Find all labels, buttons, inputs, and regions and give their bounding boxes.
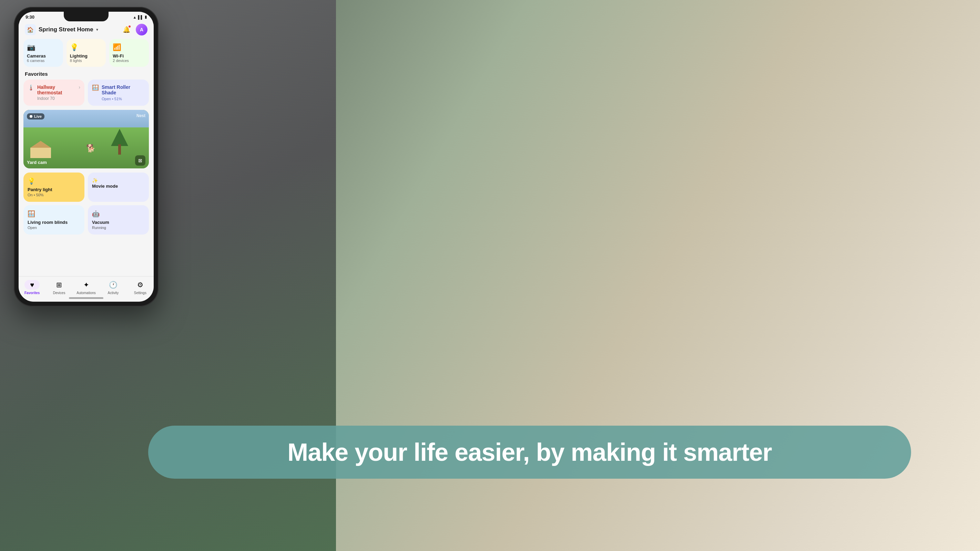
category-card-lighting[interactable]: 💡 Lighting 8 lights xyxy=(67,39,106,67)
tagline-text: Make your life easier, by making it smar… xyxy=(287,438,772,466)
lighting-label: Lighting xyxy=(70,53,103,59)
thermostat-info: Hallway thermostat Indoor 70 xyxy=(37,84,76,101)
blinds-card[interactable]: 🪟 Living room blinds Open xyxy=(24,205,84,235)
pantry-light-icon: 💡 xyxy=(27,177,80,185)
wifi-category-icon: 📶 xyxy=(113,43,145,51)
roller-shade-icon: 🪟 xyxy=(92,84,99,91)
yard-house xyxy=(30,141,51,158)
pantry-light-name: Pantry light xyxy=(27,187,80,192)
devices-nav-label: Devices xyxy=(53,291,65,295)
cameras-count: 6 cameras xyxy=(27,59,60,63)
roller-shade-card[interactable]: 🪟 Smart Roller Shade Open • 51% xyxy=(88,79,149,106)
pantry-light-status: On • 50% xyxy=(27,193,80,197)
vacuum-status: Running xyxy=(92,225,145,230)
roller-shade-title: Smart Roller Shade xyxy=(102,84,145,95)
roller-shade-info: Smart Roller Shade Open • 51% xyxy=(102,84,145,101)
camera-card[interactable]: 🐕 Live Nest Yard cam ⊠ xyxy=(24,110,149,168)
notification-dot xyxy=(128,25,131,28)
live-label: Live xyxy=(34,114,42,119)
movie-mode-card[interactable]: ✨ Movie mode xyxy=(88,173,149,202)
activity-nav-label: Activity xyxy=(108,291,119,295)
thermostat-card[interactable]: 🌡️ Hallway thermostat Indoor 70 › xyxy=(24,79,84,106)
signal-status-icon: ▌▌ xyxy=(138,15,143,19)
nav-devices[interactable]: ⊞ Devices xyxy=(46,280,72,295)
activity-nav-icon: 🕐 xyxy=(108,280,118,290)
camera-brand-logo: Nest xyxy=(137,113,145,118)
pantry-light-card[interactable]: 💡 Pantry light On • 50% xyxy=(24,173,84,202)
home-name: Spring Street Home xyxy=(38,26,93,33)
camera-category-icon: 📷 xyxy=(27,43,60,51)
home-indicator xyxy=(69,297,103,299)
phone-inner: 9:30 ▲ ▌▌ ▮ 🏠 Spring Street Home ▾ xyxy=(19,12,154,302)
camera-mute-button[interactable]: ⊠ xyxy=(135,155,145,166)
house-body xyxy=(30,148,51,158)
automations-nav-icon: ✦ xyxy=(81,280,91,290)
mute-icon: ⊠ xyxy=(138,158,142,163)
blinds-status: Open xyxy=(27,225,80,230)
house-roof xyxy=(30,141,51,148)
wifi-count: 2 devices xyxy=(113,59,145,63)
app-header: 🏠 Spring Street Home ▾ 🔔 A xyxy=(19,21,154,39)
blinds-name: Living room blinds xyxy=(27,220,80,225)
device-row-2: 🪟 Living room blinds Open 🤖 Vacuum Runni… xyxy=(19,205,154,235)
avatar[interactable]: A xyxy=(136,24,148,35)
vacuum-icon: 🤖 xyxy=(92,210,145,218)
status-time: 9:30 xyxy=(25,14,35,20)
lighting-count: 8 lights xyxy=(70,59,103,63)
battery-status-icon: ▮ xyxy=(145,15,147,19)
home-selector[interactable]: 🏠 Spring Street Home ▾ xyxy=(25,24,98,35)
blinds-icon: 🪟 xyxy=(27,210,80,218)
nav-automations[interactable]: ✦ Automations xyxy=(73,280,100,295)
yard-dog: 🐕 xyxy=(86,144,95,153)
favorites-row: 🌡️ Hallway thermostat Indoor 70 › 🪟 Smar… xyxy=(19,79,154,106)
roller-shade-detail: Open • 51% xyxy=(102,97,145,101)
yard-tree xyxy=(111,129,128,155)
device-row-1: 💡 Pantry light On • 50% ✨ Movie mode xyxy=(19,173,154,202)
category-card-wifi[interactable]: 📶 Wi-Fi 2 devices xyxy=(109,39,149,67)
cameras-label: Cameras xyxy=(27,53,60,59)
category-row: 📷 Cameras 6 cameras 💡 Lighting 8 lights … xyxy=(19,39,154,67)
thermostat-title: Hallway thermostat xyxy=(37,84,76,95)
settings-nav-icon: ⚙ xyxy=(135,280,145,290)
automations-nav-label: Automations xyxy=(76,291,96,295)
header-actions: 🔔 A xyxy=(121,24,148,35)
favorites-nav-label: Favorites xyxy=(24,291,40,295)
favorites-section-title: Favorites xyxy=(19,71,154,79)
wifi-label: Wi-Fi xyxy=(113,53,145,59)
phone-notch xyxy=(64,12,108,21)
wifi-status-icon: ▲ xyxy=(133,15,137,19)
thermostat-inner: 🌡️ Hallway thermostat Indoor 70 › xyxy=(27,84,80,101)
thermostat-chevron-icon: › xyxy=(79,84,80,90)
thermostat-icon: 🌡️ xyxy=(27,84,35,91)
movie-mode-name: Movie mode xyxy=(92,184,145,189)
favorites-nav-icon: ♥ xyxy=(24,280,40,290)
vacuum-card[interactable]: 🤖 Vacuum Running xyxy=(88,205,149,235)
settings-nav-label: Settings xyxy=(134,291,146,295)
live-dot xyxy=(30,115,32,118)
camera-feed-label: Yard cam xyxy=(27,160,47,165)
nav-favorites[interactable]: ♥ Favorites xyxy=(19,280,46,295)
vacuum-name: Vacuum xyxy=(92,220,145,225)
camera-live-badge: Live xyxy=(27,113,45,119)
roller-shade-inner: 🪟 Smart Roller Shade Open • 51% xyxy=(92,84,145,101)
devices-nav-icon: ⊞ xyxy=(54,280,64,290)
home-icon: 🏠 xyxy=(25,24,36,35)
tagline-banner: Make your life easier, by making it smar… xyxy=(148,426,911,479)
nav-activity[interactable]: 🕐 Activity xyxy=(100,280,126,295)
phone-outer: 9:30 ▲ ▌▌ ▮ 🏠 Spring Street Home ▾ xyxy=(14,7,159,306)
tree-top xyxy=(111,129,128,146)
nav-settings[interactable]: ⚙ Settings xyxy=(127,280,154,295)
movie-mode-icon: ✨ xyxy=(92,178,98,183)
phone-mockup: 9:30 ▲ ▌▌ ▮ 🏠 Spring Street Home ▾ xyxy=(14,7,159,306)
lighting-category-icon: 💡 xyxy=(70,43,103,51)
status-icons: ▲ ▌▌ ▮ xyxy=(133,15,147,19)
category-card-cameras[interactable]: 📷 Cameras 6 cameras xyxy=(24,39,63,67)
thermostat-subtitle: Indoor 70 xyxy=(37,96,76,101)
chevron-down-icon: ▾ xyxy=(96,27,98,32)
notification-button[interactable]: 🔔 xyxy=(121,24,132,35)
tree-trunk xyxy=(118,144,121,155)
